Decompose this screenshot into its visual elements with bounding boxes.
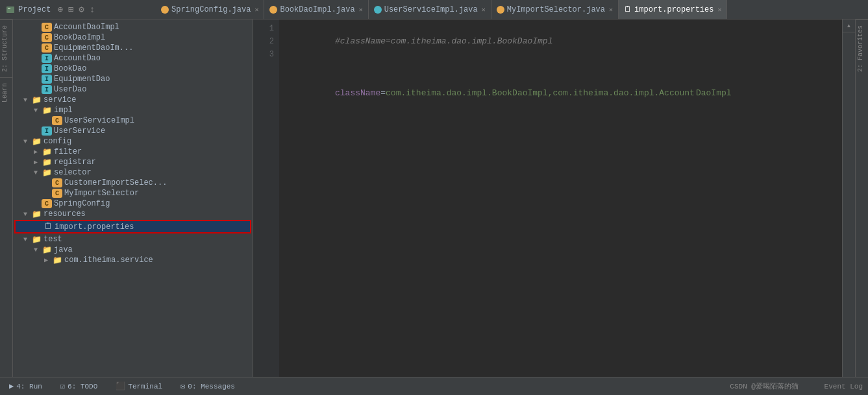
tree-item-resources[interactable]: ▼ 📁 resources: [13, 209, 253, 219]
project-label: Project: [18, 5, 51, 14]
tab-userserviceimpl[interactable]: UserServiceImpl.java ✕: [369, 0, 491, 19]
line-num-3: 3: [253, 48, 274, 61]
project-panel: C AccountDaoImpl C BookDaoImpl C Equipme…: [13, 19, 253, 377]
code-line-3: className=com.itheima.dao.impl.BookDaoIm…: [284, 74, 837, 113]
terminal-button[interactable]: ⬛ Terminal: [112, 380, 166, 392]
tree-arrow-expanded: ▼: [23, 211, 31, 218]
tree-item-userdao[interactable]: I UserDao: [13, 84, 253, 95]
tab-label-springconfig: SpringConfig.java: [171, 5, 251, 14]
tab-close-importproperties[interactable]: ✕: [717, 6, 721, 14]
title-bar: Project ⊕ ⊞ ⚙ ↕ SpringConfig.java ✕ Book…: [0, 0, 868, 19]
code-editor[interactable]: #className=com.itheima.dao.impl.BookDaoI…: [279, 19, 842, 377]
tree-item-bookdaoimpl[interactable]: C BookDaoImpl: [13, 32, 253, 43]
tree-item-bookdao[interactable]: I BookDao: [13, 64, 253, 74]
run-icon: ▶: [9, 381, 14, 391]
todo-icon: ☑: [60, 381, 65, 391]
tree-item-test[interactable]: ▼ 📁 test: [13, 234, 253, 245]
tab-icon-userserviceimpl: [374, 6, 382, 14]
tab-springconfig[interactable]: SpringConfig.java ✕: [156, 0, 264, 19]
favorites-strip: 2: Favorites: [855, 19, 868, 377]
toolbar-icon-grid[interactable]: ⊞: [67, 3, 75, 16]
tree-item-selector[interactable]: ▼ 📁 selector: [13, 167, 253, 178]
tab-myimportselector[interactable]: MyImportSelector.java ✕: [491, 0, 619, 19]
tab-close-userserviceimpl[interactable]: ✕: [482, 6, 486, 14]
tree-item-importproperties[interactable]: 🗒 import.properties: [14, 220, 251, 233]
tree-arrow-expanded: ▼: [23, 138, 31, 145]
learn-panel-label[interactable]: Learn: [0, 77, 12, 108]
csdn-credit: CSDN @爱喝陌落的猫: [730, 383, 799, 390]
run-button[interactable]: ▶ 4: Run: [5, 380, 46, 392]
tree-label-myimportselector: MyImportSelector: [64, 189, 139, 198]
tree-item-springconfig[interactable]: C SpringConfig: [13, 198, 253, 209]
tree-item-registrar[interactable]: ▶ 📁 registrar: [13, 157, 253, 167]
toolbar-icon-sort[interactable]: ↕: [88, 3, 96, 16]
tree-label-userservice: UserService: [54, 126, 105, 136]
project-tree[interactable]: C AccountDaoImpl C BookDaoImpl C Equipme…: [13, 19, 253, 377]
tree-label-customerimportselector: CustomerImportSelec...: [64, 178, 167, 187]
tree-arrow-expanded: ▼: [23, 236, 31, 243]
event-log-link[interactable]: Event Log: [825, 383, 863, 390]
tree-item-config[interactable]: ▼ 📁 config: [13, 136, 253, 147]
equals-sign: =: [380, 88, 386, 98]
tree-label-filter: filter: [54, 147, 82, 156]
folder-icon: 📁: [42, 106, 52, 115]
terminal-label: Terminal: [128, 383, 162, 390]
folder-icon: 📁: [42, 158, 52, 167]
toolbar-icon-settings[interactable]: ⚙: [77, 3, 85, 16]
tab-close-myimportselector[interactable]: ✕: [609, 6, 613, 14]
interface-icon: I: [42, 64, 52, 73]
tree-label-resources: resources: [43, 209, 86, 219]
scroll-indicator[interactable]: ▲: [843, 19, 855, 32]
tree-item-customerimportselector[interactable]: C CustomerImportSelec...: [13, 178, 253, 188]
tree-label-equipmentdao: EquipmentDao: [54, 75, 110, 84]
right-editor-strip: ▲: [842, 19, 855, 377]
tree-item-filter[interactable]: ▶ 📁 filter: [13, 147, 253, 157]
tree-label-selector: selector: [54, 168, 92, 177]
class-icon: C: [52, 178, 62, 187]
tree-label-registrar: registrar: [54, 158, 96, 167]
tree-label-service: service: [43, 95, 76, 104]
tree-item-java[interactable]: ▼ 📁 java: [13, 245, 253, 255]
tab-bookdaoimpl[interactable]: BookDaoImpl.java ✕: [264, 0, 368, 19]
class-icon: C: [42, 23, 52, 32]
tab-label-myimportselector: MyImportSelector.java: [507, 5, 605, 14]
tree-label-com-itheima-service: com.itheima.service: [64, 256, 153, 265]
class-icon: C: [52, 116, 62, 125]
tree-item-impl[interactable]: ▼ 📁 impl: [13, 105, 253, 115]
svg-rect-1: [8, 8, 10, 9]
todo-button[interactable]: ☑ 6: TODO: [56, 380, 101, 392]
tree-item-equipmentdaoimpl[interactable]: C EquipmentDaoIm...: [13, 43, 253, 53]
toolbar-icon-add[interactable]: ⊕: [56, 3, 64, 16]
tree-label-userserviceimpl: UserServiceImpl: [64, 116, 134, 125]
terminal-icon: ⬛: [116, 381, 125, 391]
bottom-right-info: CSDN @爱喝陌落的猫 Event Log: [730, 381, 863, 391]
tree-label-equipmentdaoimpl: EquipmentDaoIm...: [54, 43, 133, 53]
tree-item-myimportselector[interactable]: C MyImportSelector: [13, 188, 253, 198]
structure-panel-label[interactable]: 2: Structure: [0, 19, 12, 77]
tree-label-importproperties: import.properties: [55, 222, 134, 232]
favorites-label[interactable]: 2: Favorites: [856, 19, 868, 77]
tab-close-springconfig[interactable]: ✕: [254, 6, 258, 14]
tree-item-service[interactable]: ▼ 📁 service: [13, 95, 253, 105]
tab-label-importproperties: import.properties: [634, 5, 713, 14]
tree-item-accountdaoimpl[interactable]: C AccountDaoImpl: [13, 22, 253, 32]
tree-item-accountdao[interactable]: I AccountDao: [13, 53, 253, 64]
tree-item-userservice[interactable]: I UserService: [13, 126, 253, 136]
tab-close-bookdaoimpl[interactable]: ✕: [359, 6, 363, 14]
tree-arrow-collapsed: ▶: [34, 148, 42, 156]
tree-item-userserviceimpl[interactable]: C UserServiceImpl: [13, 115, 253, 126]
line-numbers: 1 2 3: [253, 19, 279, 377]
tree-item-com-itheima-service[interactable]: ▶ 📁 com.itheima.service: [13, 255, 253, 265]
tree-label-bookdaoimpl: BookDaoImpl: [54, 33, 105, 42]
bottom-bar: ▶ 4: Run ☑ 6: TODO ⬛ Terminal ✉ 0: Messa…: [0, 377, 868, 395]
tree-label-springconfig: SpringConfig: [54, 199, 110, 208]
messages-button[interactable]: ✉ 0: Messages: [177, 380, 239, 392]
project-icon: [5, 5, 16, 15]
tree-label-accountdaoimpl: AccountDaoImpl: [54, 23, 119, 32]
folder-icon: 📁: [52, 256, 62, 265]
tree-arrow-collapsed: ▶: [44, 256, 52, 264]
tab-importproperties[interactable]: 🗒 import.properties ✕: [619, 0, 727, 19]
tree-item-equipmentdao[interactable]: I EquipmentDao: [13, 74, 253, 84]
todo-label: 6: TODO: [68, 383, 97, 390]
toolbar-icons: ⊕ ⊞ ⚙ ↕: [51, 3, 101, 16]
